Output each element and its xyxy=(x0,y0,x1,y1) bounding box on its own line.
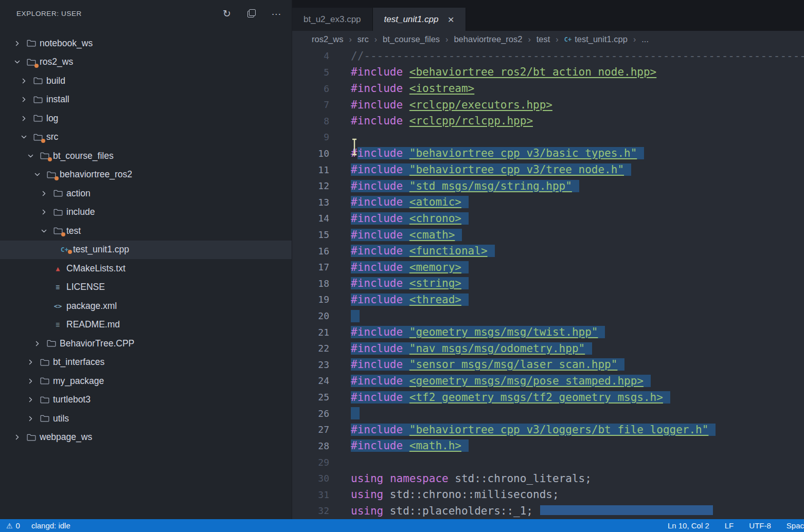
tree-item-bt-interfaces[interactable]: bt_interfaces xyxy=(0,353,292,372)
code-line-13[interactable]: 13#include <atomic> xyxy=(292,194,804,210)
code-line-29[interactable]: 29 xyxy=(292,454,804,470)
breadcrumb-item-[interactable]: ... xyxy=(641,34,649,44)
code-line-21[interactable]: 21#include "geometry_msgs/msg/twist.hpp" xyxy=(292,324,804,340)
breadcrumb-item-ros2-ws[interactable]: ros2_ws xyxy=(312,34,343,44)
tree-item-utils[interactable]: utils xyxy=(0,409,292,428)
tree-item-include[interactable]: include xyxy=(0,203,292,222)
code-line-7[interactable]: 7#include <rclcpp/executors.hpp> xyxy=(292,97,804,113)
tree-item-package-xml[interactable]: <>package.xml xyxy=(0,297,292,316)
code-line-15[interactable]: 15#include <cmath> xyxy=(292,227,804,243)
chevron-right-icon[interactable] xyxy=(10,40,24,47)
tree-item-notebook-ws[interactable]: notebook_ws xyxy=(0,34,292,53)
tree-item-label: CMakeLists.txt xyxy=(66,263,126,274)
tree-item-turtlebot3[interactable]: turtlebot3 xyxy=(0,391,292,410)
chevron-right-icon[interactable] xyxy=(17,115,30,122)
line-number: 32 xyxy=(292,505,329,516)
tree-item-test-unit1-cpp[interactable]: C+test_unit1.cpp xyxy=(0,241,292,260)
breadcrumb-item-bt-course-files[interactable]: bt_course_files xyxy=(383,34,440,44)
tab-test-unit1-cpp[interactable]: test_unit1.cpp× xyxy=(373,8,466,31)
code-line-26[interactable]: 26 xyxy=(292,405,804,421)
chevron-right-icon[interactable] xyxy=(24,415,37,422)
refresh-icon[interactable]: ↻ xyxy=(222,8,232,19)
tree-item-label: log xyxy=(46,113,58,124)
clangd-status[interactable]: clangd: idle xyxy=(31,521,70,530)
chevron-right-icon[interactable] xyxy=(24,359,37,365)
code-line-8[interactable]: 8#include <rclcpp/rclcpp.hpp> xyxy=(292,113,804,129)
chevron-right-icon[interactable] xyxy=(24,396,37,403)
tree-item-my-package[interactable]: my_package xyxy=(0,372,292,391)
tree-item-build[interactable]: build xyxy=(0,71,292,90)
encoding-indicator[interactable]: UTF-8 xyxy=(749,521,771,530)
problems-indicator[interactable]: ⚠ 0 xyxy=(6,521,20,530)
chevron-right-icon[interactable] xyxy=(37,190,50,197)
tree-item-behaviortree-ros2[interactable]: behaviortree_ros2 xyxy=(0,166,292,185)
line-content: #include <math.h> xyxy=(351,439,469,452)
line-content: using namespace std::chrono_literals; xyxy=(351,472,592,485)
chevron-down-icon[interactable] xyxy=(30,171,44,178)
horizontal-scrollbar[interactable] xyxy=(540,505,713,515)
code-line-10[interactable]: 10#include "behaviortree_cpp_v3/basic_ty… xyxy=(292,145,804,162)
tree-item-src[interactable]: src xyxy=(0,128,292,147)
code-editor[interactable]: 4//-------------------------------------… xyxy=(292,48,804,519)
code-line-12[interactable]: 12#include "std_msgs/msg/string.hpp" xyxy=(292,178,804,194)
code-line-27[interactable]: 27#include "behaviortree_cpp_v3/loggers/… xyxy=(292,421,804,438)
code-line-5[interactable]: 5#include <behaviortree_ros2/bt_action_n… xyxy=(292,64,804,81)
tree-item-test[interactable]: test xyxy=(0,222,292,241)
code-line-11[interactable]: 11#include "behaviortree_cpp_v3/tree_nod… xyxy=(292,161,804,178)
line-number: 23 xyxy=(292,359,329,370)
eol-indicator[interactable]: LF xyxy=(725,521,734,530)
code-line-25[interactable]: 25#include <tf2_geometry_msgs/tf2_geomet… xyxy=(292,389,804,406)
chevron-right-icon[interactable] xyxy=(10,434,24,441)
tab-bt-u2-ex3-cpp[interactable]: bt_u2_ex3.cpp xyxy=(292,8,373,31)
code-line-6[interactable]: 6#include <iostream> xyxy=(292,80,804,97)
breadcrumb-item-test[interactable]: test xyxy=(537,34,550,44)
tree-item-label: BehaviorTree.CPP xyxy=(60,338,134,349)
tree-item-ros2-ws[interactable]: ros2_ws xyxy=(0,53,292,72)
breadcrumb-item-src[interactable]: src xyxy=(358,34,369,44)
tree-item-behaviortree-cpp[interactable]: BehaviorTree.CPP xyxy=(0,334,292,353)
tree-item-license[interactable]: ≡LICENSE xyxy=(0,278,292,297)
chevron-right-icon[interactable] xyxy=(37,209,50,215)
tree-item-webpage-ws[interactable]: webpage_ws xyxy=(0,428,292,447)
tree-item-action[interactable]: action xyxy=(0,184,292,203)
chevron-right-icon[interactable] xyxy=(17,78,30,84)
tree-item-cmakelists-txt[interactable]: ▲CMakeLists.txt xyxy=(0,259,292,278)
tree-item-log[interactable]: log xyxy=(0,109,292,128)
code-line-20[interactable]: 20 xyxy=(292,308,804,324)
tree-item-bt-course-files[interactable]: bt_course_files xyxy=(0,146,292,166)
license-file-icon: ≡ xyxy=(50,284,65,290)
line-content: #include "geometry_msgs/msg/twist.hpp" xyxy=(351,326,605,338)
indentation-indicator[interactable]: Spac xyxy=(787,521,804,530)
breadcrumb-item-behaviortree-ros2[interactable]: behaviortree_ros2 xyxy=(454,34,522,44)
code-line-28[interactable]: 28#include <math.h> xyxy=(292,438,804,454)
chevron-down-icon[interactable] xyxy=(37,228,50,234)
code-line-4[interactable]: 4//-------------------------------------… xyxy=(292,48,804,64)
line-number: 8 xyxy=(292,116,329,126)
code-line-14[interactable]: 14#include <chrono> xyxy=(292,210,804,227)
chevron-down-icon[interactable] xyxy=(17,134,30,140)
tree-item-install[interactable]: install xyxy=(0,90,292,109)
chevron-right-icon[interactable] xyxy=(17,96,30,103)
code-line-17[interactable]: 17#include <memory> xyxy=(292,259,804,276)
code-line-22[interactable]: 22#include "nav_msgs/msg/odometry.hpp" xyxy=(292,340,804,357)
code-line-24[interactable]: 24#include <geometry_msgs/msg/pose_stamp… xyxy=(292,373,804,389)
chevron-down-icon[interactable] xyxy=(10,59,24,65)
breadcrumb-item-test-unit1-cpp[interactable]: C+test_unit1.cpp xyxy=(564,34,628,44)
collapse-folders-icon[interactable] xyxy=(246,8,257,19)
line-number: 16 xyxy=(292,246,329,256)
code-line-30[interactable]: 30using namespace std::chrono_literals; xyxy=(292,470,804,487)
code-line-16[interactable]: 16#include <functional> xyxy=(292,243,804,259)
chevron-right-icon[interactable] xyxy=(24,378,37,384)
line-content xyxy=(351,310,360,322)
chevron-right-icon[interactable] xyxy=(30,340,44,347)
more-actions-icon[interactable]: ··· xyxy=(271,8,281,19)
close-icon[interactable]: × xyxy=(448,14,454,25)
chevron-down-icon[interactable] xyxy=(24,153,37,159)
code-line-18[interactable]: 18#include <string> xyxy=(292,276,804,292)
code-line-19[interactable]: 19#include <thread> xyxy=(292,291,804,308)
cursor-position[interactable]: Ln 10, Col 2 xyxy=(668,521,709,530)
code-line-9[interactable]: 9 xyxy=(292,129,804,145)
tree-item-readme-md[interactable]: ≡README.md xyxy=(0,316,292,335)
code-line-31[interactable]: 31using std::chrono::milliseconds; xyxy=(292,486,804,503)
code-line-23[interactable]: 23#include "sensor_msgs/msg/laser_scan.h… xyxy=(292,357,804,373)
